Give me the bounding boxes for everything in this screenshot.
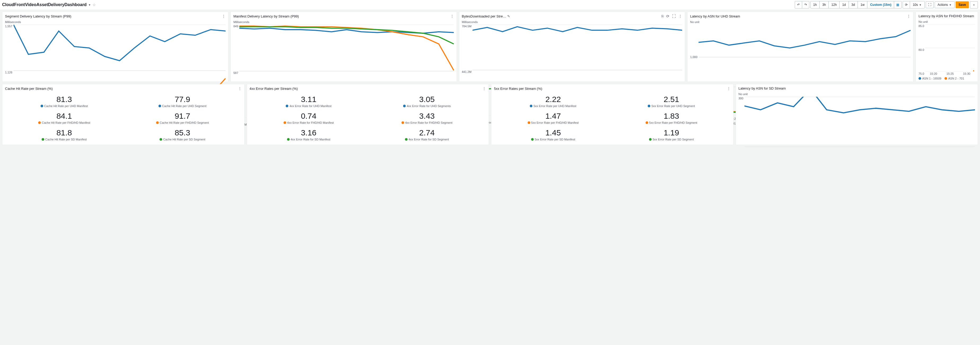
dashboard-title: CloudFrontVideoAssetDeliveryDashboard xyxy=(2,2,87,7)
panel-menu-icon[interactable]: ⋮ xyxy=(727,86,731,91)
series-color-dot xyxy=(405,138,407,141)
edit-icon[interactable]: ✎ xyxy=(507,14,510,18)
series-color-dot xyxy=(159,105,161,107)
x-axis: 15:2015:2515:30 xyxy=(925,72,975,75)
metric-label: 4xx Error Rate for SD Manifest xyxy=(287,138,331,141)
series-color-dot xyxy=(287,138,290,141)
metric-cell: 3.054xx Error Rate for UHD Segments xyxy=(368,93,486,110)
legend-item[interactable]: ASN 2 - 701 xyxy=(945,77,964,80)
panel-title: Segment Delivery Latency by Stream (P99) xyxy=(5,14,71,18)
chart-area[interactable] xyxy=(745,97,975,147)
panel-title: Cache Hit Rate per Stream (%) xyxy=(5,87,53,91)
metric-cell: 3.114xx Error Rate for UHD Manifest xyxy=(250,93,368,110)
metric-value: 3.16 xyxy=(301,128,316,137)
time-range-group: 1h 3h 12h 1d 3d 1w Custom (15m) ▦ xyxy=(810,1,902,8)
panel-bytes-downloaded: BytesDownloaded per Stre… ✎ ⎘ ⟳ ⛶ ⋮ Mill… xyxy=(459,12,685,82)
metric-cell: 1.195xx Error Rate per SD Segment xyxy=(612,126,730,143)
series-color-dot xyxy=(646,121,648,124)
metric-label: Cache Hit Rate per UHD Manifest xyxy=(41,104,88,108)
series-color-dot xyxy=(530,105,532,107)
series-color-dot xyxy=(41,138,44,141)
range-1h[interactable]: 1h xyxy=(811,1,820,8)
series-color-dot xyxy=(41,105,43,107)
series-color-dot xyxy=(38,121,41,124)
redo-button[interactable]: ↷ xyxy=(802,1,809,8)
metric-cell: 2.744xx Error Rate for SD Segment xyxy=(368,126,486,143)
panel-menu-icon[interactable]: ⋮ xyxy=(678,14,682,18)
metric-label: 5xx Error Rate per FHD/HD Segment xyxy=(646,121,697,124)
metric-value: 2.22 xyxy=(546,95,561,104)
panel-menu-icon[interactable]: ⋮ xyxy=(222,14,226,18)
metric-value: 1.47 xyxy=(546,111,561,121)
series-color-dot xyxy=(156,121,159,124)
panel-cache-hit: Cache Hit Rate per Stream (%) ⋮ 81.3Cach… xyxy=(2,84,245,145)
metric-label: Cache Hit Rate per SD Manifest xyxy=(41,138,87,141)
undo-redo-group: ↶ ↷ xyxy=(795,1,809,8)
metric-cell: 77.9Cache Hit Rate per UHD Segment xyxy=(123,93,242,110)
range-3d[interactable]: 3d xyxy=(849,1,858,8)
panel-5xx-errors: 5xx Error Rates per Stream (%) ⋮ 2.225xx… xyxy=(491,84,733,145)
expand-icon[interactable]: ⛶ xyxy=(672,14,676,18)
metrics-grid: 81.3Cache Hit Rate per UHD Manifest77.9C… xyxy=(5,93,242,143)
series-color-dot xyxy=(401,121,404,124)
metric-label: 5xx Error Rate per UHD Segment xyxy=(648,104,695,108)
metric-value: 2.74 xyxy=(419,128,434,137)
panel-title: Latency by ASN for UHD Stream xyxy=(690,14,740,18)
panel-menu-icon[interactable]: ⋮ xyxy=(482,86,486,91)
undo-button[interactable]: ↶ xyxy=(795,1,802,8)
metric-value: 81.8 xyxy=(56,128,72,137)
series-color-dot xyxy=(286,105,288,107)
panel-title: BytesDownloaded per Stre… ✎ xyxy=(462,14,510,18)
legend: ASN 1 - 16509 ASN 2 - 701 xyxy=(918,75,975,80)
metric-value: 1.19 xyxy=(663,128,679,137)
range-custom[interactable]: Custom (15m) xyxy=(867,1,894,8)
range-1w[interactable]: 1w xyxy=(858,1,867,8)
metric-cell: 81.3Cache Hit Rate per UHD Manifest xyxy=(5,93,123,110)
chart-area[interactable] xyxy=(925,24,975,72)
panel-title: 5xx Error Rates per Stream (%) xyxy=(494,87,542,91)
save-button[interactable]: Save xyxy=(956,1,969,8)
add-widget-button[interactable]: ＋ xyxy=(970,1,978,8)
metric-cell: 85.3Cache Hit Rate per SD Segment xyxy=(123,126,242,143)
metric-value: 77.9 xyxy=(175,95,190,104)
refresh-button[interactable]: ⟳ xyxy=(903,1,910,8)
metric-label: 5xx Error Rate per SD Manifest xyxy=(531,138,575,141)
panel-asn-fhd: Latency by ASN for FHD/HD Stream No unit… xyxy=(916,12,978,82)
metric-cell: 0.744xx Error Rate for FHD/HD Manifest xyxy=(250,110,368,126)
toolbar: ↶ ↷ 1h 3h 12h 1d 3d 1w Custom (15m) ▦ ⟳ … xyxy=(795,1,978,8)
metric-value: 85.3 xyxy=(175,128,190,137)
panel-title: Manifest Delivery Latency by Stream (P99… xyxy=(234,14,299,18)
fullscreen-button[interactable]: ⛶ xyxy=(926,1,934,8)
metric-value: 1.45 xyxy=(546,128,561,137)
range-1d[interactable]: 1d xyxy=(840,1,848,8)
panel-menu-icon[interactable]: ⋮ xyxy=(907,14,910,18)
panel-4xx-errors: 4xx Error Rates per Stream (%) ⋮ 3.114xx… xyxy=(247,84,489,145)
metric-label: 5xx Error Rate per SD Segment xyxy=(649,138,694,141)
refresh-icon[interactable]: ⟳ xyxy=(666,14,670,18)
metric-value: 1.83 xyxy=(663,111,679,121)
panel-menu-icon[interactable]: ⋮ xyxy=(450,14,454,18)
y-axis-unit: Milliseconds xyxy=(234,21,454,24)
y-axis-unit: Milliseconds xyxy=(462,21,682,24)
metrics-grid: 2.225xx Error Rate per UHD Manifest2.515… xyxy=(494,93,731,143)
range-12h[interactable]: 12h xyxy=(829,1,840,8)
panel-title: 4xx Error Rates per Stream (%) xyxy=(250,87,298,91)
metric-value: 3.05 xyxy=(419,95,434,104)
actions-dropdown[interactable]: Actions ▼ xyxy=(935,1,955,8)
panel-menu-icon[interactable]: ⋮ xyxy=(238,86,242,91)
metric-label: Cache Hit Rate per FHD/HD Segment xyxy=(156,121,209,124)
metric-label: 4xx Error Rate for SD Segment xyxy=(405,138,449,141)
series-color-dot xyxy=(531,138,534,141)
panel-title: Latency by ASN for FHD/HD Stream xyxy=(918,14,974,18)
calendar-icon[interactable]: ▦ xyxy=(894,1,901,8)
metric-cell: 84.1Cache Hit Rate per FHD/HD Manifest xyxy=(5,110,123,126)
copy-icon[interactable]: ⎘ xyxy=(662,14,663,18)
y-axis-unit: No unit xyxy=(690,21,910,24)
refresh-interval-select[interactable]: 10s ▼ xyxy=(910,1,924,8)
legend-item[interactable]: ASN 1 - 16509 xyxy=(918,77,941,80)
series-color-dot xyxy=(528,121,530,124)
favorite-star-icon[interactable]: ☆ xyxy=(92,3,96,7)
title-dropdown-icon[interactable]: ▼ xyxy=(88,3,91,6)
range-3h[interactable]: 3h xyxy=(820,1,829,8)
panel-segment-latency: Segment Delivery Latency by Stream (P99)… xyxy=(2,12,228,82)
